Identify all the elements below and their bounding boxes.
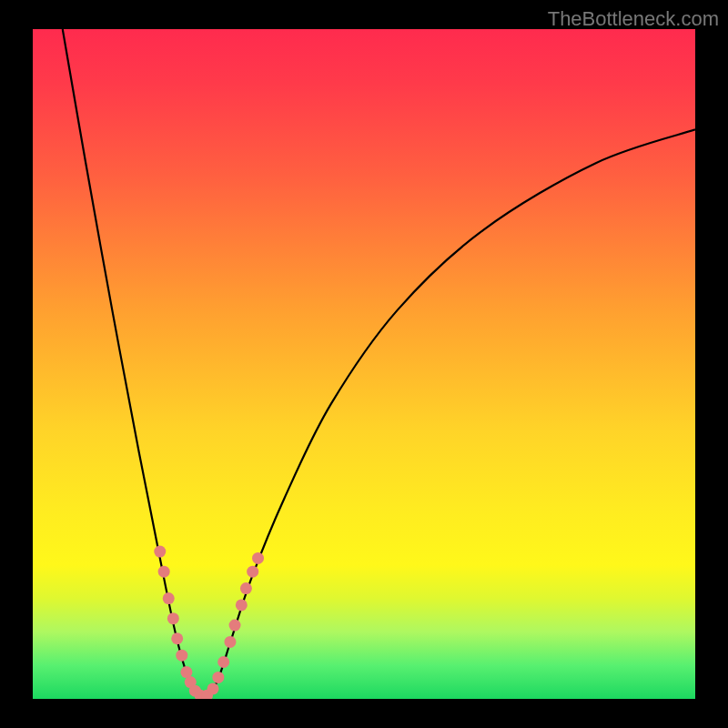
chart-svg xyxy=(33,29,695,699)
data-point xyxy=(247,566,258,578)
data-point xyxy=(176,650,187,662)
data-point xyxy=(224,636,236,648)
data-point xyxy=(154,546,166,558)
data-point xyxy=(212,672,224,683)
data-point xyxy=(252,552,264,564)
data-point xyxy=(167,612,179,624)
data-point xyxy=(217,656,229,668)
data-point xyxy=(240,582,252,594)
data-point xyxy=(163,592,175,604)
bottleneck-curve xyxy=(63,29,695,698)
data-points-cluster xyxy=(154,546,264,699)
data-point xyxy=(236,599,248,611)
data-point xyxy=(158,566,170,578)
watermark-text: TheBottleneck.com xyxy=(548,7,719,31)
data-point xyxy=(229,620,241,632)
data-point xyxy=(207,682,219,694)
data-point xyxy=(171,632,183,644)
